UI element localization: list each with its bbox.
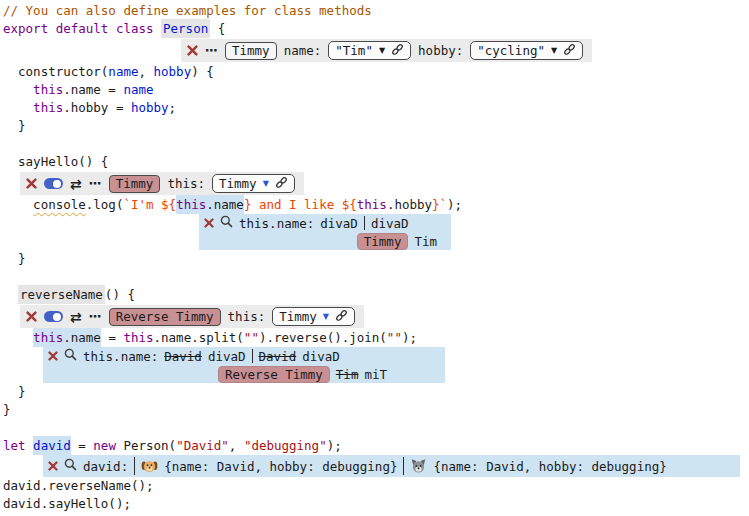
code-token: this	[357, 197, 387, 212]
code-line: david.reverseName();	[3, 477, 749, 495]
code-token: }	[3, 118, 26, 133]
probe-separator	[364, 216, 365, 230]
code-token: .log(	[86, 197, 124, 212]
code-line	[3, 268, 749, 286]
code-line: console.log(`I'm ${this.name} and I like…	[3, 196, 749, 214]
code-line: constructor(name, hobby) {	[3, 63, 749, 81]
link-icon[interactable]	[275, 176, 288, 192]
magnifier-icon	[220, 215, 233, 231]
code-line: }	[3, 250, 749, 268]
code-token: david	[33, 436, 71, 455]
link-icon[interactable]	[563, 43, 576, 59]
class-example-widget: ⋯Timmyname:"Tim"▼hobby:"cycling"▼	[181, 39, 592, 62]
example-name-chip[interactable]: Timmy	[109, 175, 161, 193]
example-chip[interactable]: Timmy	[357, 233, 409, 250]
code-token: this	[33, 328, 63, 347]
link-icon[interactable]	[391, 43, 404, 59]
code-token: david.reverseName();	[3, 478, 154, 493]
code-token: .name	[63, 328, 101, 347]
code-line: }	[3, 383, 749, 401]
probe-value: divaD	[208, 349, 246, 364]
probe-david: david:{name: David, hobby: debugging}{na…	[43, 455, 740, 477]
code-token: constructor(	[3, 64, 108, 79]
code-token: .name.split(	[154, 330, 244, 345]
code-token: new	[93, 438, 116, 453]
param-label: this:	[167, 176, 205, 191]
probe-row: david:{name: David, hobby: debugging}{na…	[43, 455, 740, 477]
code-token: this	[33, 82, 63, 97]
code-token: ).reverse().join(	[259, 330, 387, 345]
code-token	[3, 100, 33, 115]
probe-value: David	[259, 349, 297, 364]
code-line: sayHello() {	[3, 153, 749, 171]
probe-separator	[134, 457, 135, 475]
probe-row: this.name:DaviddivaDDaviddivaD	[43, 347, 445, 365]
probe-this-name-sayhello: this.name:divaDdivaDTimmyTim	[199, 214, 451, 250]
example-value-dropdown[interactable]: Timmy▼	[272, 307, 355, 326]
code-token: } and I like ${	[244, 197, 357, 212]
code-token: name	[123, 82, 153, 97]
remove-example-button[interactable]	[26, 311, 37, 322]
swap-arrows-icon[interactable]: ⇄	[70, 177, 82, 191]
wolf-emoji-icon	[410, 458, 427, 475]
remove-probe-button[interactable]	[204, 218, 214, 228]
code-token: hobby	[131, 100, 169, 115]
toggle-on-icon[interactable]	[44, 178, 63, 189]
toggle-on-icon[interactable]	[44, 311, 63, 322]
code-token: david.sayHello();	[3, 496, 131, 511]
code-line: david.sayHello();	[3, 495, 749, 513]
example-name-chip[interactable]: Timmy	[225, 42, 277, 60]
code-line: reverseName() {	[3, 286, 749, 304]
ellipsis-icon[interactable]: ⋯	[205, 44, 218, 57]
reversename-example-widget: ⇄⋯Reverse Timmythis:Timmy▼	[20, 305, 364, 328]
code-token	[3, 330, 33, 345]
probe-value: Tim	[336, 367, 359, 382]
code-line: }	[3, 401, 749, 419]
code-token: );	[447, 197, 462, 212]
chevron-down-icon: ▼	[263, 180, 269, 188]
code-token: }	[3, 402, 11, 417]
code-token	[154, 21, 162, 36]
example-value-dropdown[interactable]: "Tim"▼	[328, 41, 411, 60]
link-icon[interactable]	[335, 309, 348, 325]
magnifier-icon	[64, 348, 77, 364]
code-token	[3, 197, 33, 212]
param-label: hobby:	[418, 43, 463, 58]
code-token: }	[3, 251, 26, 266]
code-line: this.hobby = hobby;	[3, 99, 749, 117]
probe-label: this.name:	[83, 349, 158, 364]
code-token	[26, 438, 34, 453]
dropdown-value: "Tim"	[335, 43, 373, 58]
code-token: .hobby	[387, 197, 432, 212]
ellipsis-icon[interactable]: ⋯	[89, 177, 102, 190]
ellipsis-icon[interactable]: ⋯	[89, 310, 102, 323]
code-token: "debugging"	[244, 438, 327, 453]
code-token: );	[327, 438, 342, 453]
code-token: "David"	[176, 438, 229, 453]
code-token: );	[402, 330, 417, 345]
chevron-down-icon: ▼	[323, 313, 329, 321]
example-chip[interactable]: Reverse Timmy	[218, 366, 330, 383]
code-line: export default class Person {	[3, 20, 749, 38]
remove-example-button[interactable]	[26, 178, 37, 189]
code-token: this	[123, 330, 153, 345]
code-token: console	[33, 197, 86, 212]
example-value-dropdown[interactable]: "cycling"▼	[470, 41, 583, 60]
remove-probe-button[interactable]	[48, 351, 58, 361]
code-token: Person	[161, 19, 210, 38]
remove-example-button[interactable]	[187, 45, 198, 56]
probe-separator	[403, 457, 404, 475]
code-token: }	[3, 384, 26, 399]
code-line: this.name = name	[3, 81, 749, 99]
example-value-dropdown[interactable]: Timmy▼	[212, 174, 295, 193]
code-line: // You can also define examples for clas…	[3, 2, 749, 20]
remove-probe-button[interactable]	[48, 461, 58, 471]
code-token: ,	[138, 64, 153, 79]
swap-arrows-icon[interactable]: ⇄	[70, 310, 82, 324]
code-token: reverseName	[18, 285, 105, 304]
probe-value: David	[164, 349, 202, 364]
code-token: =	[71, 438, 94, 453]
example-name-chip[interactable]: Reverse Timmy	[109, 308, 221, 326]
code-token: }`	[432, 197, 447, 212]
code-line	[3, 419, 749, 437]
